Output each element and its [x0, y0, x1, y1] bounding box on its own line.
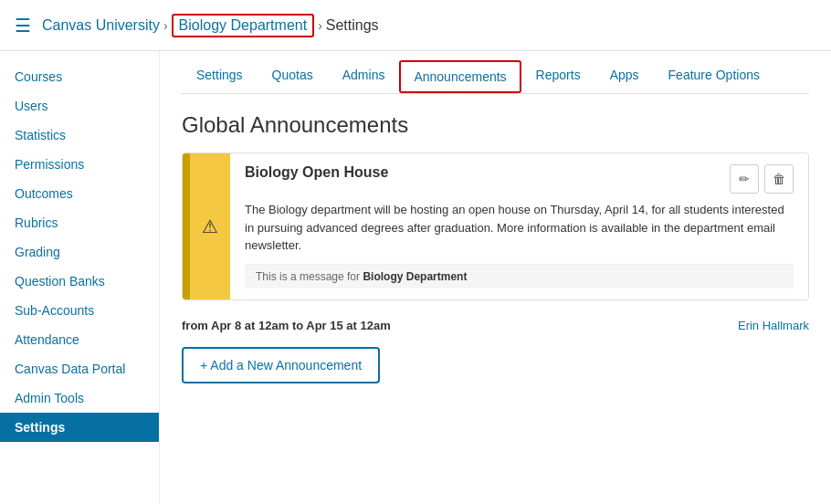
announcement-footer: This is a message for Biology Department [245, 264, 794, 289]
header: ☰ Canvas University › Biology Department… [0, 0, 831, 51]
announcement-meta: from Apr 8 at 12am to Apr 15 at 12am Eri… [182, 311, 809, 347]
sidebar-item-canvas-data-portal[interactable]: Canvas Data Portal [0, 354, 159, 383]
tabs-bar: SettingsQuotasAdminsAnnouncementsReports… [182, 51, 809, 94]
sidebar-item-courses[interactable]: Courses [0, 62, 159, 91]
breadcrumb-sep-2: › [318, 18, 322, 33]
main-content: SettingsQuotasAdminsAnnouncementsReports… [160, 51, 831, 504]
sidebar-item-sub-accounts[interactable]: Sub-Accounts [0, 296, 159, 325]
sidebar-item-question-banks[interactable]: Question Banks [0, 267, 159, 296]
tab-quotas[interactable]: Quotas [258, 58, 328, 94]
announcement-inner: ⚠ Biology Open House ✏ 🗑 The Biology dep… [183, 153, 808, 299]
announcement-text: The Biology department will be hosting a… [245, 201, 794, 255]
add-announcement-button[interactable]: + Add a New Announcement [182, 347, 380, 383]
breadcrumb-department[interactable]: Biology Department [172, 14, 315, 37]
footer-dept: Biology Department [363, 270, 467, 283]
sidebar-item-settings[interactable]: Settings [0, 413, 159, 442]
announcement-author-link[interactable]: Erin Hallmark [738, 319, 809, 332]
announcement-body-text: The Biology department will be hosting a… [245, 203, 784, 252]
edit-announcement-button[interactable]: ✏ [730, 164, 759, 194]
tab-announcements[interactable]: Announcements [399, 60, 521, 93]
sidebar-item-statistics[interactable]: Statistics [0, 121, 159, 150]
sidebar: CoursesUsersStatisticsPermissionsOutcome… [0, 51, 160, 504]
sidebar-item-users[interactable]: Users [0, 91, 159, 121]
announcement-header: Biology Open House ✏ 🗑 [245, 164, 794, 194]
breadcrumb-current: Settings [326, 17, 379, 34]
tab-apps[interactable]: Apps [595, 58, 654, 94]
announcement-title: Biology Open House [245, 164, 388, 181]
hamburger-icon[interactable]: ☰ [15, 15, 31, 37]
tab-admins[interactable]: Admins [328, 58, 400, 94]
tab-feature-options[interactable]: Feature Options [654, 58, 774, 94]
announcement-accent [183, 153, 190, 299]
footer-prefix: This is a message for [256, 270, 360, 283]
page-title: Global Announcements [182, 112, 809, 138]
sidebar-item-admin-tools[interactable]: Admin Tools [0, 383, 159, 413]
sidebar-item-permissions[interactable]: Permissions [0, 150, 159, 179]
tab-reports[interactable]: Reports [521, 58, 595, 94]
sidebar-item-attendance[interactable]: Attendance [0, 325, 159, 354]
sidebar-item-grading[interactable]: Grading [0, 237, 159, 267]
sidebar-item-rubrics[interactable]: Rubrics [0, 208, 159, 237]
warning-icon: ⚠ [190, 153, 230, 299]
breadcrumb-university[interactable]: Canvas University [42, 17, 160, 34]
tab-settings[interactable]: Settings [182, 58, 258, 94]
announcement-dates: from Apr 8 at 12am to Apr 15 at 12am [182, 319, 391, 332]
breadcrumb: Canvas University › Biology Department ›… [42, 14, 379, 37]
sidebar-item-outcomes[interactable]: Outcomes [0, 179, 159, 208]
announcement-body: Biology Open House ✏ 🗑 The Biology depar… [230, 153, 808, 299]
announcement-card: ⚠ Biology Open House ✏ 🗑 The Biology dep… [182, 152, 809, 300]
delete-announcement-button[interactable]: 🗑 [764, 164, 794, 194]
announcement-actions: ✏ 🗑 [730, 164, 794, 194]
breadcrumb-sep-1: › [163, 18, 168, 33]
layout: CoursesUsersStatisticsPermissionsOutcome… [0, 51, 831, 504]
